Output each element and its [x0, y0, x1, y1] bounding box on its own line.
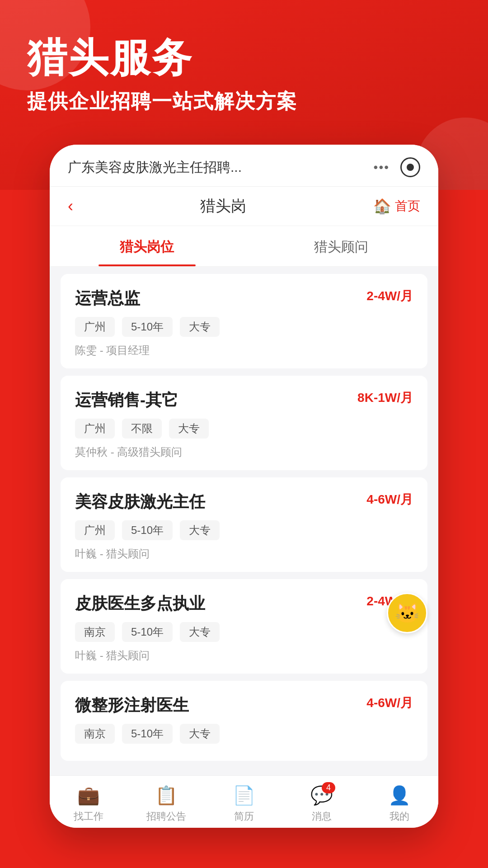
- job-tag: 南京: [75, 724, 115, 744]
- job-card[interactable]: 皮肤医生多点执业2-4W/月南京5-10年大专叶巍 - 猎头顾问🐱: [61, 579, 427, 674]
- messages-label: 消息: [312, 810, 332, 823]
- job-list: 运营总监2-4W/月广州5-10年大专陈雯 - 项目经理运营销售-其它8K-1W…: [50, 267, 438, 775]
- home-link[interactable]: 🏠 首页: [373, 198, 420, 215]
- job-recruiter: 叶巍 - 猎头顾问: [75, 648, 413, 663]
- job-tags: 广州不限大专: [75, 419, 413, 439]
- record-dot: [407, 164, 414, 171]
- record-button-icon[interactable]: [400, 157, 420, 177]
- nav-title: 猎头岗: [200, 196, 246, 217]
- job-card[interactable]: 美容皮肤激光主任4-6W/月广州5-10年大专叶巍 - 猎头顾问: [61, 477, 427, 572]
- job-salary: 8K-1W/月: [357, 389, 413, 406]
- job-tag: 大专: [169, 419, 209, 439]
- tabs-row: 猎头岗位 猎头顾问: [50, 226, 438, 267]
- job-salary: 2-4W/月: [366, 288, 413, 305]
- job-card[interactable]: 运营总监2-4W/月广州5-10年大专陈雯 - 项目经理: [61, 274, 427, 368]
- home-label: 首页: [395, 198, 420, 215]
- messages-badge: 4: [322, 782, 335, 793]
- job-tag: 大专: [180, 724, 220, 744]
- job-card-header: 皮肤医生多点执业2-4W/月: [75, 593, 413, 615]
- bottom-nav-resume[interactable]: 📄简历: [205, 785, 283, 823]
- job-tags: 广州5-10年大专: [75, 317, 413, 337]
- job-recruiter: 陈雯 - 项目经理: [75, 343, 413, 358]
- job-tag: 5-10年: [122, 622, 173, 642]
- mine-icon: 👤: [388, 785, 411, 806]
- job-recruiter: 莫仲秋 - 高级猎头顾问: [75, 445, 413, 459]
- tab-positions[interactable]: 猎头岗位: [50, 226, 244, 266]
- job-card[interactable]: 运营销售-其它8K-1W/月广州不限大专莫仲秋 - 高级猎头顾问: [61, 376, 427, 470]
- job-card-header: 运营总监2-4W/月: [75, 288, 413, 310]
- back-button[interactable]: ‹: [68, 197, 73, 216]
- phone-top-bar: 广东美容皮肤激光主任招聘... •••: [50, 145, 438, 187]
- bottom-navigation: 💼找工作📋招聘公告📄简历4💬消息👤我的: [50, 775, 438, 828]
- hero-subtitle: 提供企业招聘一站式解决方案: [27, 88, 461, 115]
- job-title: 运营销售-其它: [75, 389, 178, 411]
- recruitment-label: 招聘公告: [146, 810, 186, 823]
- home-icon: 🏠: [373, 198, 391, 215]
- job-tag: 5-10年: [122, 724, 173, 744]
- job-salary: 4-6W/月: [366, 491, 413, 508]
- job-card-header: 运营销售-其它8K-1W/月: [75, 389, 413, 411]
- job-tag: 广州: [75, 419, 115, 439]
- bottom-nav-mine[interactable]: 👤我的: [361, 785, 438, 823]
- navigation-bar: ‹ 猎头岗 🏠 首页: [50, 187, 438, 226]
- resume-label: 简历: [234, 810, 254, 823]
- job-tag: 大专: [180, 622, 220, 642]
- job-tag: 5-10年: [122, 520, 173, 540]
- mine-label: 我的: [389, 810, 409, 823]
- job-tags: 南京5-10年大专: [75, 622, 413, 642]
- find-job-icon: 💼: [77, 785, 100, 806]
- find-job-label: 找工作: [74, 810, 103, 823]
- phone-page-title: 广东美容皮肤激光主任招聘...: [68, 158, 374, 177]
- job-recruiter: 叶巍 - 猎头顾问: [75, 547, 413, 561]
- top-bar-icons: •••: [374, 157, 420, 177]
- job-tag: 南京: [75, 622, 115, 642]
- bottom-nav-recruitment[interactable]: 📋招聘公告: [127, 785, 205, 823]
- job-title: 美容皮肤激光主任: [75, 491, 205, 513]
- job-card[interactable]: 微整形注射医生4-6W/月南京5-10年大专: [61, 681, 427, 761]
- job-tag: 大专: [180, 520, 220, 540]
- job-title: 皮肤医生多点执业: [75, 593, 205, 615]
- bottom-nav-find-job[interactable]: 💼找工作: [50, 785, 127, 823]
- tab-consultants[interactable]: 猎头顾问: [244, 226, 438, 266]
- job-tag: 广州: [75, 317, 115, 337]
- job-card-header: 微整形注射医生4-6W/月: [75, 694, 413, 717]
- job-tag: 大专: [180, 317, 220, 337]
- job-title: 运营总监: [75, 288, 140, 310]
- more-options-icon[interactable]: •••: [374, 160, 389, 175]
- recruitment-icon: 📋: [155, 785, 178, 806]
- job-tag: 不限: [122, 419, 162, 439]
- hero-title: 猎头服务: [27, 36, 461, 80]
- job-tag: 广州: [75, 520, 115, 540]
- job-salary: 4-6W/月: [366, 694, 413, 712]
- job-card-header: 美容皮肤激光主任4-6W/月: [75, 491, 413, 513]
- job-tag: 5-10年: [122, 317, 173, 337]
- recruiter-avatar: 🐱: [387, 593, 427, 633]
- job-tags: 南京5-10年大专: [75, 724, 413, 744]
- resume-icon: 📄: [233, 785, 255, 806]
- phone-mockup: 广东美容皮肤激光主任招聘... ••• ‹ 猎头岗 🏠 首页 猎头岗位 猎头顾问…: [50, 145, 438, 828]
- bottom-nav-messages[interactable]: 4💬消息: [283, 785, 361, 823]
- job-title: 微整形注射医生: [75, 694, 189, 717]
- job-tags: 广州5-10年大专: [75, 520, 413, 540]
